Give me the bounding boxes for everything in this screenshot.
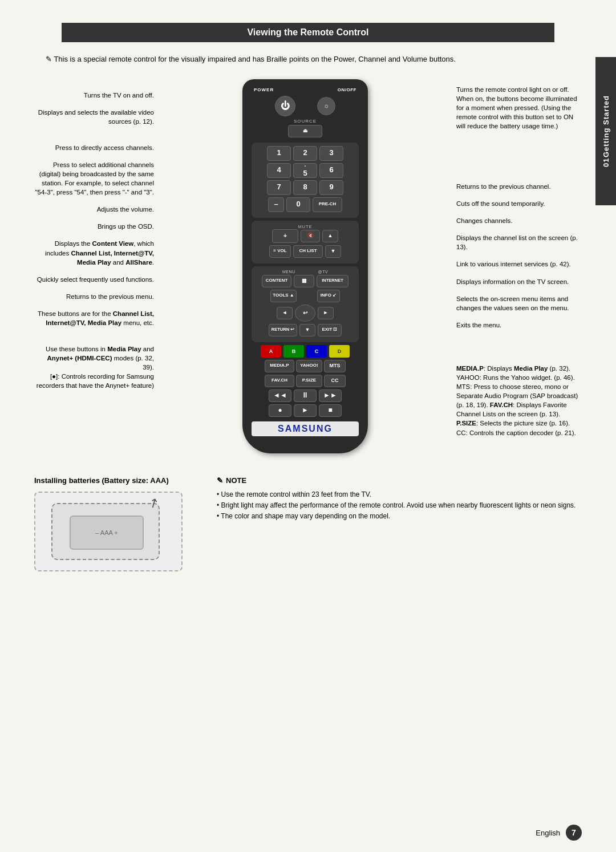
vol-up-button[interactable]: + bbox=[272, 229, 298, 243]
down-button[interactable]: ▼ bbox=[299, 324, 315, 336]
label-tools: Quickly select frequently used functions… bbox=[34, 275, 154, 284]
label-source: Displays and selects the available video… bbox=[34, 108, 154, 126]
button-b[interactable]: B bbox=[283, 345, 304, 358]
stop-button[interactable]: ■ bbox=[319, 404, 342, 417]
psize-button[interactable]: P.SIZE bbox=[296, 375, 322, 387]
batteries-section: Installing batteries (Battery size: AAA)… bbox=[34, 476, 194, 571]
num-row-1: 1 2 3 bbox=[254, 146, 356, 161]
button-c[interactable]: C bbox=[306, 345, 327, 358]
return-button[interactable]: RETURN ↩ bbox=[269, 324, 297, 336]
label-power: Turns the TV on and off. bbox=[34, 91, 154, 100]
chlist-button[interactable]: CH LIST bbox=[293, 245, 323, 258]
atv-label-text: @TV bbox=[318, 270, 329, 274]
battery-illustration: – AAA + ↗ bbox=[46, 497, 171, 566]
exit-button[interactable]: EXIT ⊡ bbox=[318, 324, 342, 336]
diagram-area: Turns the TV on and off. Displays and se… bbox=[34, 79, 582, 453]
battery-indicators: – AAA + bbox=[95, 529, 117, 536]
rlabel-ch: Changes channels. bbox=[456, 216, 582, 225]
button-5[interactable]: · 5 bbox=[293, 163, 317, 178]
batteries-title: Installing batteries (Battery size: AAA) bbox=[34, 476, 194, 485]
right-labels: Turns the remote control light on or off… bbox=[451, 79, 582, 445]
label-return: Returns to the previous menu. bbox=[34, 292, 154, 301]
playback-row-2: ● ► ■ bbox=[252, 404, 359, 417]
label-digital: Press to select additional channels (dig… bbox=[34, 160, 154, 197]
info-button[interactable]: INFO ↙ bbox=[317, 290, 340, 302]
top-label-row: POWER ON/OFF bbox=[252, 87, 359, 92]
button-9[interactable]: 9 bbox=[319, 180, 343, 195]
source-label: SOURCE bbox=[288, 119, 322, 124]
enter-button[interactable]: ↩ bbox=[295, 305, 315, 322]
rlabel-exit: Exits the menu. bbox=[456, 320, 582, 330]
power-label: POWER bbox=[254, 87, 274, 92]
menu-icon-button[interactable]: ▦ bbox=[294, 275, 314, 287]
side-tab-text: Getting Started bbox=[602, 95, 610, 157]
mute-button[interactable]: 🔇 bbox=[301, 230, 320, 242]
ch-up-button[interactable]: ▲ bbox=[322, 230, 338, 242]
rlabel-internet: Link to various internet services (p. 42… bbox=[456, 259, 582, 269]
remote-container: POWER ON/OFF ⏻ ☼ SOURCE ⏏ bbox=[214, 79, 396, 453]
vol-ch-row: ≡ VOL CH LIST ▼ bbox=[254, 245, 356, 258]
pause-button[interactable]: II bbox=[294, 390, 317, 402]
rlabel-enter: Selects the on-screen menu items and cha… bbox=[456, 294, 582, 313]
tools-row: TOOLS ▲ INFO ↙ bbox=[254, 290, 356, 302]
button-d[interactable]: D bbox=[329, 345, 350, 358]
rlabel-media: MEDIA.P: Displays Media Play (p. 32). YA… bbox=[456, 364, 582, 437]
label-color-btns: These buttons are for the Channel List, … bbox=[34, 309, 154, 327]
onoff-button[interactable]: ☼ bbox=[317, 97, 335, 115]
right-button[interactable]: ► bbox=[318, 307, 334, 319]
source-area: SOURCE ⏏ bbox=[252, 119, 359, 140]
mute-row: + 🔇 ▲ bbox=[254, 229, 356, 243]
button-4[interactable]: 4 bbox=[267, 163, 291, 178]
note-section: NOTE Use the remote control within 23 fe… bbox=[217, 476, 582, 571]
internet-button[interactable]: INTERNET bbox=[317, 275, 348, 287]
ch-down-button[interactable]: ▼ bbox=[325, 245, 341, 258]
power-button[interactable]: ⏻ bbox=[275, 96, 295, 116]
content-row: CONTENT ▦ INTERNET bbox=[254, 275, 356, 287]
media-row-1: MEDIA.P YAHOO! MTS bbox=[252, 360, 359, 372]
note-item-2: Bright light may affect the performance … bbox=[217, 500, 582, 511]
label-channels: Press to directly access channels. bbox=[34, 143, 154, 152]
button-2[interactable]: 2 bbox=[293, 146, 317, 161]
yahoo-button[interactable]: YAHOO! bbox=[296, 360, 322, 372]
button-8[interactable]: 8 bbox=[293, 180, 317, 195]
num-row-4: – 0 PRE-CH bbox=[254, 197, 356, 212]
color-buttons-row: A B C D bbox=[252, 345, 359, 358]
source-button[interactable]: ⏏ bbox=[288, 125, 322, 137]
mts-button[interactable]: MTS bbox=[324, 360, 346, 372]
cc-button[interactable]: CC bbox=[324, 375, 346, 387]
play-button[interactable]: ► bbox=[294, 404, 317, 417]
vol-ch-section: MUTE + 🔇 ▲ ≡ VOL CH LIST ▼ bbox=[252, 221, 359, 263]
mediap-button[interactable]: MEDIA.P bbox=[265, 360, 294, 372]
battery-body: – AAA + bbox=[70, 516, 144, 550]
ff-button[interactable]: ►► bbox=[319, 390, 342, 402]
button-a[interactable]: A bbox=[261, 345, 281, 358]
button-0[interactable]: 0 bbox=[286, 197, 310, 212]
content-button[interactable]: CONTENT bbox=[262, 275, 291, 287]
section-title: Viewing the Remote Control bbox=[62, 23, 554, 42]
note-list: Use the remote control within 23 feet fr… bbox=[217, 489, 582, 522]
button-1[interactable]: 1 bbox=[267, 146, 291, 161]
page-container: 01 Getting Started Viewing the Remote Co… bbox=[0, 0, 616, 852]
record-button[interactable]: ● bbox=[269, 404, 291, 417]
note-title: NOTE bbox=[217, 476, 582, 485]
intro-text: This is a special remote control for the… bbox=[34, 54, 582, 65]
button-6[interactable]: 6 bbox=[319, 163, 343, 178]
power-row: ⏻ ☼ bbox=[252, 96, 359, 116]
button-prech[interactable]: PRE-CH bbox=[313, 197, 342, 212]
tools-button[interactable]: TOOLS ▲ bbox=[270, 290, 297, 302]
button-7[interactable]: 7 bbox=[267, 180, 291, 195]
onoff-label: ON/OFF bbox=[338, 87, 356, 92]
button-3[interactable]: 3 bbox=[319, 146, 343, 161]
menu-label-text: MENU bbox=[282, 270, 295, 274]
samsung-logo: SAMSUNG bbox=[252, 421, 359, 436]
media-row-2: FAV.CH P.SIZE CC bbox=[252, 375, 359, 387]
left-labels: Turns the TV on and off. Displays and se… bbox=[34, 79, 160, 399]
return-row: RETURN ↩ ▼ EXIT ⊡ bbox=[254, 324, 356, 336]
side-tab-number: 01 bbox=[602, 157, 610, 167]
favch-button[interactable]: FAV.CH bbox=[265, 375, 294, 387]
rewind-button[interactable]: ◄◄ bbox=[269, 390, 291, 402]
left-button[interactable]: ◄ bbox=[277, 307, 293, 319]
button-dash[interactable]: – bbox=[268, 197, 284, 212]
rlabel-chlist: Displays the channel list on the screen … bbox=[456, 233, 582, 251]
rlabel-prech: Returns to the previous channel. bbox=[456, 182, 582, 191]
